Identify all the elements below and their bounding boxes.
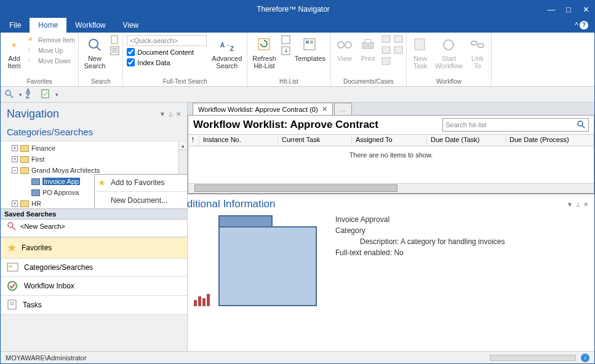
- close-button[interactable]: ✕: [577, 1, 594, 18]
- arrow-up-icon: ↑: [28, 46, 36, 55]
- help-button[interactable]: ^ ?: [569, 18, 594, 33]
- nav-dropdown-icon[interactable]: ▼: [159, 111, 166, 117]
- view-label: View: [337, 55, 352, 62]
- saved-search-item[interactable]: <New Search>: [1, 220, 187, 233]
- expand-icon[interactable]: +: [12, 200, 18, 207]
- minimize-button[interactable]: —: [543, 1, 560, 18]
- print-button: Print: [358, 35, 378, 63]
- group-fts-label: Full-Text Search: [127, 77, 243, 85]
- col-assigned[interactable]: Assigned To: [352, 135, 427, 146]
- addl-dropdown-icon[interactable]: ▼: [567, 201, 573, 208]
- nav-pin-icon[interactable]: ⊥: [168, 111, 174, 117]
- gear-cycle-icon: [440, 36, 457, 53]
- ghost-tab[interactable]: …: [334, 103, 352, 115]
- svg-line-30: [12, 227, 15, 230]
- nav-tab-inbox[interactable]: Workflow Inbox: [1, 277, 187, 296]
- info-desc: A category for handling invoices: [401, 237, 505, 246]
- doc-search-icon[interactable]: [110, 35, 119, 44]
- magnify-icon: [86, 36, 103, 53]
- svg-line-38: [582, 125, 585, 128]
- expand-icon[interactable]: +: [12, 145, 18, 151]
- nav-tab-categories[interactable]: Categories/Searches: [1, 259, 187, 277]
- doc-action2-icon: [381, 46, 390, 55]
- remove-item-button[interactable]: ★Remove Item: [28, 35, 74, 45]
- menu-view[interactable]: View: [114, 18, 147, 33]
- svg-rect-22: [415, 39, 425, 50]
- tool-az-icon[interactable]: AZ: [26, 89, 37, 100]
- tree-item-finance[interactable]: +Finance: [3, 143, 185, 154]
- doc-content-checkbox[interactable]: Document Content: [127, 47, 207, 57]
- ctx-add-favorites[interactable]: ★Add to Favorites: [95, 176, 187, 189]
- new-search-button[interactable]: New Search: [82, 35, 106, 71]
- move-down-button[interactable]: ↓Move Down: [28, 56, 74, 66]
- tab-close-icon[interactable]: ✕: [322, 105, 327, 113]
- nav-close-icon[interactable]: ✕: [176, 111, 181, 117]
- hitlist-export-icon[interactable]: [281, 46, 290, 55]
- addl-pin-icon[interactable]: ⊥: [575, 201, 581, 208]
- group-favorites-label: Favorites: [4, 77, 74, 85]
- link-icon: [469, 36, 486, 53]
- index-data-checkbox[interactable]: Index Data: [127, 58, 207, 67]
- arrow-down-icon: ↓: [28, 57, 36, 65]
- svg-rect-11: [306, 41, 309, 44]
- info-icon[interactable]: i: [581, 354, 589, 362]
- search-icon[interactable]: [577, 121, 586, 129]
- menu-home[interactable]: Home: [30, 18, 66, 33]
- col-due-task[interactable]: Due Date (Task): [427, 135, 506, 146]
- add-item-button[interactable]: ★ Add Item: [4, 35, 24, 71]
- expand-icon[interactable]: +: [12, 156, 18, 162]
- hitlist-search-input[interactable]: Search hit-list: [442, 118, 589, 132]
- add-item-label: Add Item: [7, 55, 20, 69]
- saved-searches-header[interactable]: Saved Searches: [1, 208, 187, 220]
- addl-close-icon[interactable]: ✕: [583, 201, 588, 208]
- quick-search-input[interactable]: <Quick-search>: [127, 35, 207, 46]
- print-label: Print: [361, 55, 375, 62]
- nav-tab-tasks[interactable]: Tasks: [1, 296, 187, 315]
- statusbar: MOYAWARE\Administrator i: [1, 351, 594, 363]
- refresh-label: Refresh Hit-List: [252, 55, 276, 69]
- col-instance[interactable]: Instance No.: [199, 135, 278, 146]
- view-button: View: [335, 35, 354, 63]
- info-text: Invoice Approval Category Description: A…: [335, 215, 505, 306]
- grid-h-scrollbar[interactable]: [188, 183, 594, 193]
- nav-tab-favorites[interactable]: ★Favorites: [1, 237, 187, 259]
- folder-tree-icon: [7, 263, 19, 272]
- col-task[interactable]: Current Task: [278, 135, 352, 146]
- folder-blue-icon: [31, 189, 40, 196]
- adv-search-button[interactable]: A→Z Advanced Search: [210, 35, 243, 71]
- move-up-button[interactable]: ↑Move Up: [28, 46, 74, 55]
- templates-button[interactable]: Templates: [294, 35, 327, 63]
- templates-icon: [301, 36, 319, 53]
- svg-line-1: [97, 47, 100, 50]
- menu-workflow[interactable]: Workflow: [66, 18, 114, 33]
- folder-icon: [20, 145, 29, 152]
- doc-action3-icon: [381, 57, 390, 66]
- tool-sheet-icon[interactable]: [41, 89, 52, 100]
- tree-item-first[interactable]: +First: [3, 154, 185, 165]
- ctx-new-document-viewer[interactable]: New Document in Viewer...: [95, 207, 187, 208]
- svg-point-37: [578, 121, 583, 126]
- refresh-hitlist-button[interactable]: Refresh Hit-List: [251, 35, 278, 71]
- doc-action1-icon: [381, 35, 390, 44]
- hitlist-filter-icon[interactable]: [281, 35, 290, 44]
- worklist-tab[interactable]: Workflow Worklist: Approve Contract (0)✕: [193, 103, 333, 115]
- star-plus-icon: ★: [6, 36, 23, 53]
- col-due-process[interactable]: Due Date (Process): [506, 135, 594, 146]
- collapse-icon[interactable]: −: [12, 167, 18, 173]
- folder-icon: [20, 167, 29, 174]
- info-desc-label: Description:: [360, 237, 399, 246]
- link-to-label: Link To: [471, 55, 484, 69]
- tool-search-icon[interactable]: [4, 89, 15, 100]
- col-priority[interactable]: !: [188, 135, 199, 146]
- workflow-inbox-icon: [7, 280, 19, 291]
- folder-blue-icon: [31, 178, 40, 185]
- maximize-button[interactable]: □: [560, 1, 577, 18]
- ctx-new-document[interactable]: New Document...: [95, 194, 187, 207]
- sub-toolbar: ▾ AZ ▾: [1, 87, 594, 103]
- list-icon[interactable]: [110, 46, 119, 55]
- nav-title: Navigation: [7, 108, 59, 121]
- svg-point-0: [89, 39, 98, 48]
- ribbon: ★ Add Item ★Remove Item ↑Move Up ↓Move D…: [1, 33, 594, 87]
- menu-file[interactable]: File: [1, 18, 30, 33]
- svg-point-23: [444, 40, 453, 50]
